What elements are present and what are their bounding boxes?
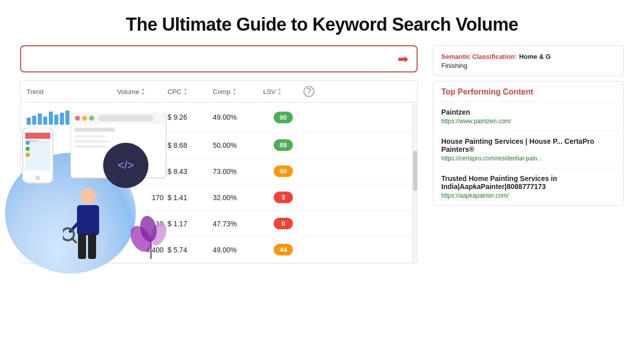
content-item: Trusted Home Painting Services in India|… — [433, 168, 623, 205]
cell-volume: 170 — [117, 194, 168, 202]
right-panel: Semantic Classification: Home & G Finish… — [433, 45, 624, 263]
keyword-table: Trend Volume ▲▼ CPC ▲▼ Comp — [20, 80, 418, 263]
top-performing-title: Top Performing Content — [433, 81, 623, 102]
semantic-section: Semantic Classification: Home & G Finish… — [433, 46, 623, 75]
content-url[interactable]: https://www.paintzen.com/ — [441, 118, 615, 125]
content-title: House Painting Services | House P... Cer… — [441, 137, 615, 153]
content-url[interactable]: https://aapkapainter.com/ — [441, 192, 615, 199]
volume-sort[interactable]: ▲▼ — [141, 87, 145, 96]
col-lsv: LSV ▲▼ — [263, 86, 303, 97]
table-row: 170 $ 1.41 32.00% 3 — [21, 185, 417, 211]
cell-cpc: $ 5.74 — [168, 246, 213, 254]
table-row: 9,900 $ 8.68 50.00% 88 — [21, 132, 417, 158]
table-row: 10 $ 1.17 47.73% 0 — [21, 211, 417, 237]
cell-lsv: 44 — [263, 244, 303, 255]
lsv-badge: 90 — [274, 112, 293, 123]
content-item: Paintzen https://www.paintzen.com/ — [433, 102, 623, 131]
table-header: Trend Volume ▲▼ CPC ▲▼ Comp — [21, 81, 417, 103]
trend-sparkline — [27, 110, 117, 125]
cell-comp: 49.00% — [213, 246, 263, 254]
col-info: ? — [303, 86, 326, 97]
cell-cpc: $ 1.41 — [168, 194, 213, 202]
col-trend: Trend — [27, 86, 117, 97]
lsv-badge: 0 — [274, 218, 293, 229]
cell-cpc: $ 8.43 — [168, 167, 213, 175]
scrollbar-thumb[interactable] — [413, 151, 417, 191]
content-item: House Painting Services | House P... Cer… — [433, 131, 623, 168]
lsv-badge: 44 — [274, 244, 293, 255]
cell-lsv: 88 — [263, 139, 303, 151]
left-panel: ➡ Trend Volume ▲▼ CPC ▲▼ — [20, 45, 418, 263]
cell-comp: 47.73% — [213, 220, 263, 228]
table-row: 14,800 $ 8.43 73.00% 60 — [21, 158, 417, 185]
semantic-value: Home & G — [519, 53, 551, 60]
semantic-sub: Finishing — [441, 62, 615, 69]
lsv-sort[interactable]: ▲▼ — [278, 87, 282, 96]
lsv-badge: 60 — [274, 165, 293, 177]
cell-lsv: 0 — [263, 218, 303, 229]
top-performing-card: Top Performing Content Paintzen https://… — [433, 81, 624, 206]
lsv-badge: 88 — [274, 139, 293, 151]
cpc-sort[interactable]: ▲▼ — [183, 87, 187, 96]
cell-comp: 50.00% — [213, 141, 263, 149]
cell-lsv: 60 — [263, 165, 303, 177]
comp-sort[interactable]: ▲▼ — [232, 87, 236, 96]
cell-cpc: $ 1.17 — [168, 220, 213, 228]
cell-comp: 73.00% — [213, 167, 263, 175]
search-arrow-icon: ➡ — [397, 51, 409, 67]
content-url[interactable]: https://certapro.com/residential-pain... — [441, 155, 615, 162]
cell-volume: 14,800 — [117, 167, 168, 175]
cell-cpc: $ 9.26 — [168, 113, 213, 121]
cell-volume: 9,900 — [117, 113, 168, 121]
col-cpc: CPC ▲▼ — [168, 86, 213, 97]
cell-lsv: 3 — [263, 192, 303, 203]
table-row: 9,900 $ 9.26 49.00% 90 — [21, 103, 417, 132]
cell-comp: 49.00% — [213, 113, 263, 121]
table-row: 4,400 $ 5.74 49.00% 44 — [21, 237, 417, 263]
content-title: Trusted Home Painting Services in India|… — [441, 174, 615, 191]
content-title: Paintzen — [441, 108, 615, 116]
semantic-classification-card: Semantic Classification: Home & G Finish… — [433, 45, 624, 76]
cell-volume: 10 — [117, 220, 168, 228]
cell-comp: 32.00% — [213, 194, 263, 202]
cell-lsv: 90 — [263, 112, 303, 123]
cell-cpc: $ 8.68 — [168, 141, 213, 149]
col-comp: Comp ▲▼ — [213, 86, 263, 97]
page-title: The Ultimate Guide to Keyword Search Vol… — [0, 0, 644, 45]
col-volume: Volume ▲▼ — [117, 86, 168, 97]
semantic-label: Semantic Classification: — [441, 53, 517, 60]
scrollbar[interactable] — [412, 103, 417, 263]
search-bar[interactable]: ➡ — [20, 45, 418, 72]
lsv-badge: 3 — [274, 192, 293, 203]
cell-volume: 4,400 — [117, 246, 168, 254]
table-body: 9,900 $ 9.26 49.00% 90 9,900 $ 8.68 50.0… — [21, 103, 417, 263]
cell-volume: 9,900 — [117, 141, 168, 149]
content-area: ➡ Trend Volume ▲▼ CPC ▲▼ — [0, 45, 644, 263]
